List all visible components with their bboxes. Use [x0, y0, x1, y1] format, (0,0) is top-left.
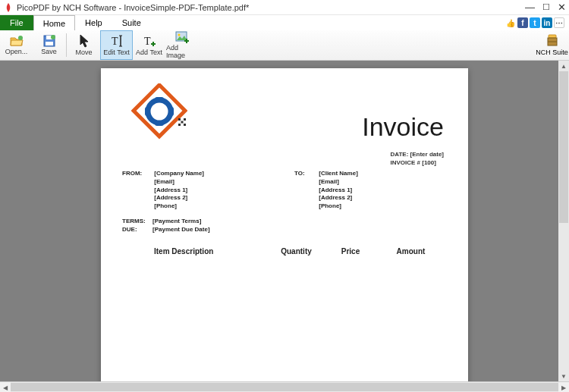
scroll-right-arrow-icon[interactable]: ▶	[558, 382, 569, 392]
svg-rect-27	[178, 124, 181, 126]
edit-text-icon: T	[110, 34, 124, 48]
to-label: TO:	[294, 170, 317, 177]
thumbs-up-icon[interactable]: 👍	[505, 17, 516, 28]
folder-open-icon	[10, 35, 24, 47]
menu-help[interactable]: Help	[75, 15, 112, 30]
nch-suite-icon	[545, 34, 560, 48]
to-email[interactable]: [Email]	[319, 178, 358, 187]
nch-suite-button[interactable]: NCH Suite	[535, 30, 569, 60]
save-icon	[43, 35, 55, 47]
maximize-button[interactable]: ☐	[542, 3, 550, 11]
svg-rect-3	[46, 42, 53, 45]
vertical-scrollbar[interactable]: ▲ ▼	[558, 61, 569, 381]
svg-point-4	[51, 35, 55, 39]
terms-block[interactable]: TERMS:[Payment Terms] DUE:[Payment Due D…	[122, 217, 210, 234]
scroll-left-arrow-icon[interactable]: ◀	[0, 382, 11, 392]
svg-point-13	[178, 34, 180, 36]
from-label: FROM:	[122, 170, 152, 177]
svg-rect-21	[155, 97, 164, 102]
edit-text-button[interactable]: T Edit Text	[100, 30, 133, 60]
col-description[interactable]: Item Description	[154, 247, 268, 256]
social-icons: 👍 f t in ⋯	[505, 15, 569, 30]
to-client[interactable]: [Client Name]	[319, 170, 358, 178]
window-title: PicoPDF by NCH Software - InvoiceSimple-…	[17, 3, 525, 12]
save-button[interactable]: Save	[33, 30, 65, 60]
close-button[interactable]: ✕	[558, 2, 566, 12]
svg-rect-25	[178, 118, 181, 121]
linkedin-icon[interactable]: in	[542, 17, 552, 28]
svg-point-20	[148, 100, 171, 123]
invoice-number[interactable]: INVOICE # [100]	[390, 158, 444, 167]
twitter-icon[interactable]: t	[530, 17, 540, 28]
move-button[interactable]: Move	[68, 30, 100, 60]
from-phone[interactable]: [Phone]	[154, 202, 204, 211]
minimize-button[interactable]: —	[525, 2, 535, 12]
selection-handle-icon[interactable]	[178, 118, 186, 126]
cursor-icon	[79, 34, 90, 48]
due-value[interactable]: [Payment Due Date]	[152, 226, 210, 233]
due-label: DUE:	[122, 225, 152, 234]
app-icon	[3, 2, 14, 13]
menu-home[interactable]: Home	[33, 15, 75, 30]
svg-rect-29	[181, 121, 184, 124]
menubar: File Home Help Suite 👍 f t in ⋯	[0, 15, 569, 30]
svg-text:T: T	[144, 36, 151, 47]
horizontal-scrollbar[interactable]: ◀ ▶	[0, 381, 569, 392]
menu-suite[interactable]: Suite	[112, 15, 151, 30]
pdf-page[interactable]: Invoice DATE: [Enter date] INVOICE # [10…	[101, 68, 468, 381]
to-block[interactable]: TO: [Client Name] [Email] [Address 1] [A…	[294, 170, 358, 211]
svg-text:T: T	[112, 36, 118, 47]
share-icon[interactable]: ⋯	[554, 17, 564, 28]
from-company[interactable]: [Company Name]	[154, 170, 204, 178]
vertical-scroll-thumb[interactable]	[559, 71, 568, 223]
horizontal-scroll-thumb[interactable]	[11, 383, 558, 391]
invoice-date[interactable]: DATE: [Enter date]	[390, 150, 444, 158]
from-block[interactable]: FROM: [Company Name] [Email] [Address 1]…	[122, 170, 204, 211]
toolbar: Open... Save Move T Edit Text T Add Text…	[0, 30, 569, 61]
to-address1[interactable]: [Address 1]	[319, 187, 358, 195]
svg-rect-16	[549, 35, 556, 38]
column-headers[interactable]: Item Description Quantity Price Amount	[154, 247, 445, 256]
svg-rect-19	[134, 85, 185, 136]
workspace: Invoice DATE: [Enter date] INVOICE # [10…	[0, 61, 569, 381]
col-amount[interactable]: Amount	[376, 247, 445, 256]
toolbar-separator	[66, 33, 67, 57]
menu-file[interactable]: File	[0, 15, 33, 30]
add-text-button[interactable]: T Add Text	[133, 30, 165, 60]
to-address2[interactable]: [Address 2]	[319, 194, 358, 202]
invoice-logo[interactable]	[131, 83, 187, 141]
open-button[interactable]: Open...	[0, 30, 33, 60]
from-address1[interactable]: [Address 1]	[154, 187, 204, 195]
facebook-icon[interactable]: f	[517, 17, 528, 28]
scroll-down-arrow-icon[interactable]: ▼	[558, 371, 569, 381]
add-text-icon: T	[143, 34, 156, 48]
invoice-title[interactable]: Invoice	[362, 112, 444, 142]
terms-value[interactable]: [Payment Terms]	[152, 218, 201, 224]
add-image-button[interactable]: Add Image	[165, 30, 198, 60]
to-phone[interactable]: [Phone]	[319, 202, 358, 211]
titlebar: PicoPDF by NCH Software - InvoiceSimple-…	[0, 0, 569, 15]
scroll-up-arrow-icon[interactable]: ▲	[558, 61, 569, 71]
col-quantity[interactable]: Quantity	[268, 247, 325, 256]
svg-rect-24	[169, 107, 174, 116]
add-image-icon	[175, 31, 189, 43]
svg-point-0	[18, 36, 23, 40]
svg-rect-28	[184, 124, 186, 126]
invoice-meta[interactable]: DATE: [Enter date] INVOICE # [100]	[390, 150, 444, 167]
svg-rect-23	[145, 107, 149, 116]
col-price[interactable]: Price	[325, 247, 376, 256]
from-address2[interactable]: [Address 2]	[154, 194, 204, 202]
terms-label: TERMS:	[122, 217, 152, 225]
svg-rect-22	[155, 121, 164, 126]
from-email[interactable]: [Email]	[154, 178, 204, 187]
svg-rect-26	[184, 118, 186, 121]
